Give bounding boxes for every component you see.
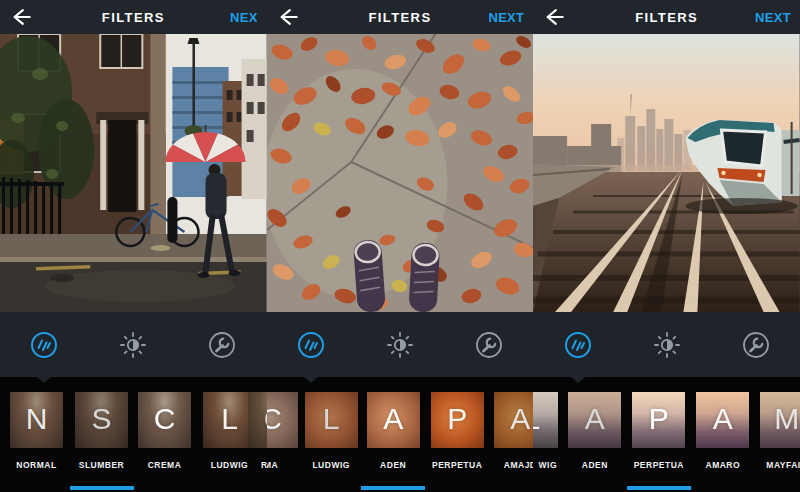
filters-tab-button[interactable]: [0, 319, 89, 371]
filter-letter: S: [75, 404, 128, 434]
selected-filter-indicator: [70, 486, 134, 490]
filter-thumbnail: A: [696, 392, 749, 448]
filter-item[interactable]: CREMA: [248, 392, 267, 487]
filter-icon: [28, 329, 60, 361]
filter-letter: C: [138, 404, 191, 434]
filter-thumbnail: L: [305, 392, 358, 448]
filter-thumbnail: S: [75, 392, 128, 448]
filter-item[interactable]: NNORMAL: [10, 392, 63, 487]
filter-label: ADEN: [380, 460, 406, 470]
filter-label: NORMAL: [16, 460, 56, 470]
back-button[interactable]: [276, 5, 304, 29]
filter-strip[interactable]: LWIGAADENPPERPETUAAAMAROMMAYFAIR: [533, 377, 800, 492]
filter-screen-panel: FILTERS NEXT: [533, 0, 800, 492]
photo-autumn-leaves-illustration: [267, 34, 534, 312]
active-tab-notch: [37, 377, 51, 383]
back-arrow-icon: [542, 6, 566, 28]
filter-letter: P: [632, 404, 685, 434]
selected-filter-indicator: [627, 486, 691, 490]
filters-tab-button[interactable]: [533, 319, 622, 371]
filter-label: LUDWIG: [312, 460, 349, 470]
brightness-icon: [651, 329, 683, 361]
back-button[interactable]: [9, 5, 37, 29]
brightness-tab-button[interactable]: [622, 319, 711, 371]
filter-item[interactable]: MMAYFAIR: [760, 392, 800, 487]
filters-tab-button[interactable]: [267, 319, 356, 371]
filter-letter: A: [494, 404, 534, 434]
filter-label: PERPETUA: [432, 460, 482, 470]
brightness-tab-button[interactable]: [89, 319, 178, 371]
photo-preview-autumn-leaves: [267, 34, 534, 312]
active-tab-notch: [304, 377, 318, 383]
edit-toolbar: [267, 312, 534, 377]
filter-thumbnail: A: [494, 392, 534, 448]
filter-label: MAYFAIR: [766, 460, 800, 470]
filter-strip[interactable]: NNORMALSSLUMBERCCREMALLUDWIGCREMA: [0, 377, 267, 492]
next-button[interactable]: NEXT: [488, 10, 524, 25]
back-arrow-icon: [9, 6, 33, 28]
filter-item[interactable]: AAMAJD: [494, 392, 534, 487]
filter-strip[interactable]: CMALLUDWIGAADENPPERPETUAAAMAJD: [267, 377, 534, 492]
filter-thumbnail: M: [760, 392, 800, 448]
filter-label: AMAJD: [504, 460, 534, 470]
filter-thumbnail: C: [248, 392, 267, 448]
filter-letter: L: [305, 404, 358, 434]
filter-item[interactable]: AADEN: [568, 392, 621, 487]
filter-letter: A: [568, 404, 621, 434]
filter-label: ADEN: [582, 460, 608, 470]
photo-london-street-illustration: [0, 34, 267, 312]
back-button[interactable]: [542, 5, 570, 29]
filter-label: MA: [267, 460, 279, 470]
active-tab-notch: [571, 377, 585, 383]
filter-letter: M: [760, 404, 800, 434]
brightness-tab-button[interactable]: [356, 319, 445, 371]
filter-item[interactable]: LWIG: [533, 392, 558, 487]
filter-letter: L: [533, 404, 558, 434]
filter-screen-panel: FILTERS NEXT: [267, 0, 534, 492]
photo-dubai-train-illustration: [533, 34, 800, 312]
tools-tab-button[interactable]: [178, 319, 267, 371]
selected-filter-indicator: [361, 486, 425, 490]
photo-preview-dubai-train: [533, 34, 800, 312]
tools-icon: [206, 329, 238, 361]
filter-item[interactable]: SSLUMBER: [75, 392, 128, 487]
tools-icon: [473, 329, 505, 361]
filter-label: PERPETUA: [634, 460, 684, 470]
tools-tab-button[interactable]: [711, 319, 800, 371]
filter-thumbnail: C: [267, 392, 298, 448]
top-bar: FILTERS NEXT: [267, 0, 534, 34]
filter-item[interactable]: PPERPETUA: [431, 392, 484, 487]
filter-thumbnail: N: [10, 392, 63, 448]
filter-thumbnail: A: [367, 392, 420, 448]
brightness-icon: [117, 329, 149, 361]
filter-thumbnail: L: [533, 392, 558, 448]
filter-letter: P: [431, 404, 484, 434]
filter-label: LUDWIG: [211, 460, 248, 470]
filter-item[interactable]: AADEN: [367, 392, 420, 487]
filter-item[interactable]: LLUDWIG: [305, 392, 358, 487]
filter-letter: C: [248, 404, 267, 434]
next-button[interactable]: NEXT: [755, 10, 791, 25]
filter-item[interactable]: AAMARO: [696, 392, 749, 487]
filter-label: SLUMBER: [79, 460, 125, 470]
photo-preview-london-street: [0, 34, 267, 312]
filter-item[interactable]: CMA: [267, 392, 298, 487]
filters-composite-screen: FILTERS NEX: [0, 0, 800, 492]
edit-toolbar: [0, 312, 267, 377]
filter-item[interactable]: CCREMA: [138, 392, 191, 487]
filter-thumbnail: A: [568, 392, 621, 448]
tools-icon: [740, 329, 772, 361]
next-button[interactable]: NEX: [230, 10, 258, 25]
filter-letter: A: [367, 404, 420, 434]
filter-label: WIG: [539, 460, 558, 470]
back-arrow-icon: [276, 6, 300, 28]
brightness-icon: [384, 329, 416, 361]
filter-screen-panel: FILTERS NEX: [0, 0, 267, 492]
top-bar: FILTERS NEX: [0, 0, 267, 34]
filter-item[interactable]: PPERPETUA: [632, 392, 685, 487]
filter-thumbnail: P: [632, 392, 685, 448]
filter-icon: [562, 329, 594, 361]
tools-tab-button[interactable]: [444, 319, 533, 371]
filter-icon: [295, 329, 327, 361]
filter-letter: N: [10, 404, 63, 434]
